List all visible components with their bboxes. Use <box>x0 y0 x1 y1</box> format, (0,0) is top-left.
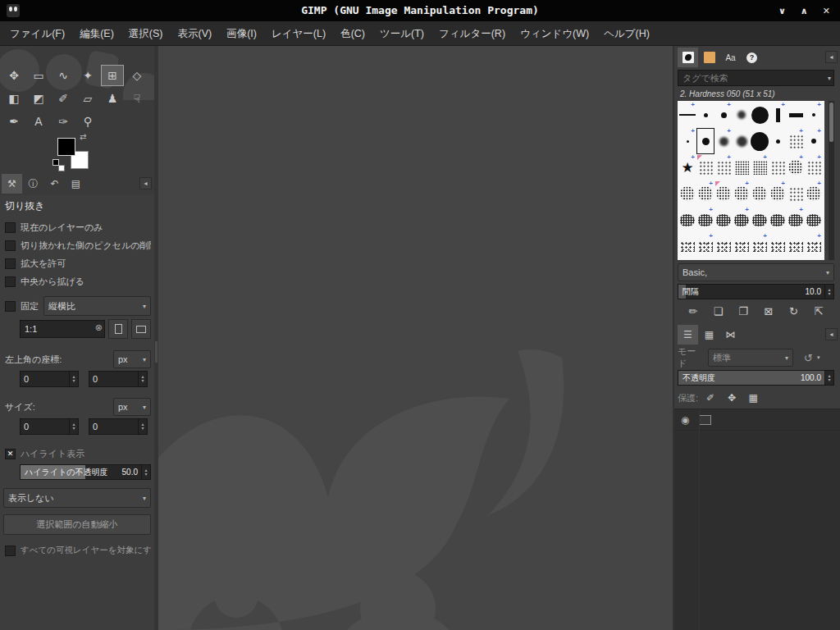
highlight-opacity-slider[interactable]: ハイライトの不透明度 50.0 ▴▾ <box>20 464 151 480</box>
brush-item[interactable]: + <box>714 154 733 180</box>
default-colors-icon[interactable] <box>52 159 65 171</box>
brush-item[interactable]: + <box>787 128 805 154</box>
brush-item[interactable]: ★+ <box>678 154 696 180</box>
paths-tool[interactable]: ✒ <box>2 111 25 132</box>
brush-item[interactable] <box>714 233 733 259</box>
fonts-tab[interactable]: Aa <box>720 48 741 67</box>
brush-item[interactable] <box>787 233 805 259</box>
device-status-tab[interactable]: ⓘ <box>23 174 43 194</box>
layer-opacity-slider[interactable]: 不透明度 100.0 ▴▾ <box>678 370 834 386</box>
brush-item[interactable]: + <box>751 233 769 259</box>
brush-item[interactable]: + <box>751 154 769 180</box>
menu-item[interactable]: ツール(T) <box>372 21 431 46</box>
brush-item[interactable] <box>769 154 787 180</box>
brush-item[interactable] <box>714 180 733 207</box>
brush-item[interactable] <box>733 233 751 259</box>
brush-item[interactable]: + <box>714 128 733 154</box>
new-brush-button[interactable]: ❏ <box>710 302 728 320</box>
color-picker-tool[interactable]: ✑ <box>52 111 75 132</box>
lock-position-button[interactable]: ✥ <box>724 390 739 405</box>
brush-item[interactable] <box>769 207 787 233</box>
menu-item[interactable]: 色(C) <box>333 21 372 46</box>
ratio-landscape-button[interactable] <box>131 319 151 339</box>
brush-item[interactable] <box>696 102 714 128</box>
brush-item[interactable] <box>714 207 733 233</box>
rectangle-select-tool[interactable]: ▭ <box>27 65 50 86</box>
brush-item[interactable]: + <box>805 233 823 259</box>
brush-item[interactable] <box>733 102 751 128</box>
paths-tab[interactable]: ⋈ <box>720 325 741 345</box>
brush-item[interactable]: + <box>678 128 696 154</box>
checkbox-shrink-merged[interactable]: すべての可視レイヤーを対象にする <box>3 541 151 559</box>
menu-item[interactable]: ウィンドウ(W) <box>513 21 596 46</box>
menu-item[interactable]: 編集(E) <box>72 21 121 46</box>
mode-switch-icon[interactable]: ↺ <box>804 352 813 364</box>
brush-item[interactable] <box>787 180 805 207</box>
brush-item[interactable]: + <box>696 207 714 233</box>
layer-mode-dropdown[interactable]: 標準▾ <box>708 349 793 367</box>
fixed-checkbox[interactable] <box>5 301 16 312</box>
brush-item[interactable]: + <box>769 180 787 207</box>
patterns-tab[interactable] <box>699 48 719 67</box>
move-tool[interactable]: ✥ <box>2 65 25 86</box>
brush-item[interactable] <box>751 128 769 154</box>
open-brush-as-image-button[interactable]: ⇱ <box>810 302 828 320</box>
delete-brush-button[interactable]: ⊠ <box>760 302 778 320</box>
crop-tool[interactable]: ⊞ <box>101 65 124 86</box>
brush-spacing-slider[interactable]: 間隔 10.0 ▴▾ <box>678 284 834 299</box>
clone-tool[interactable]: ♟ <box>101 88 124 109</box>
checkbox-expand-from-center[interactable]: 中央から拡げる <box>3 272 151 290</box>
brush-item[interactable]: + <box>678 102 696 128</box>
brush-item[interactable]: + <box>787 154 805 180</box>
brush-item[interactable] <box>678 180 696 207</box>
layers-list[interactable]: ◉ <box>674 409 840 630</box>
menu-item[interactable]: フィルター(R) <box>431 21 513 46</box>
brush-item[interactable]: + <box>696 233 714 259</box>
swap-colors-icon[interactable]: ⇄ <box>80 132 86 141</box>
fuzzy-select-tool[interactable]: ✦ <box>76 65 99 86</box>
menu-item[interactable]: ヘルプ(H) <box>596 21 657 46</box>
checkbox-delete-cropped-pixels[interactable]: 切り抜かれた側のピクセルの削除 <box>3 236 151 254</box>
brush-item[interactable] <box>787 102 805 128</box>
lock-alpha-button[interactable]: ▦ <box>746 390 760 405</box>
brush-item[interactable]: + <box>805 154 823 180</box>
transform-tool[interactable]: ◇ <box>126 65 148 86</box>
brush-grid-scrollbar[interactable] <box>829 101 834 260</box>
checkbox-allow-growing[interactable]: 拡大を許可 <box>3 254 151 272</box>
menu-item[interactable]: 画像(I) <box>219 21 264 46</box>
brush-item[interactable]: + <box>805 180 823 207</box>
scrollbar-thumb[interactable] <box>829 103 833 142</box>
brush-item[interactable]: + <box>733 207 751 233</box>
brush-item[interactable] <box>805 207 823 233</box>
fixed-type-dropdown[interactable]: 縦横比▾ <box>43 296 151 316</box>
size-unit-dropdown[interactable]: px▾ <box>113 398 151 416</box>
window-maximize-button[interactable]: ∧ <box>801 6 808 16</box>
checkbox-highlight[interactable]: ✕ ハイライト表示 <box>3 445 151 463</box>
search-dropdown-icon[interactable]: ▾ <box>828 75 831 82</box>
brush-search-input[interactable] <box>678 70 834 86</box>
smudge-tool[interactable]: ☟ <box>126 88 148 109</box>
spin-buttons[interactable]: ▴▾ <box>141 465 150 479</box>
ratio-portrait-button[interactable] <box>108 319 128 339</box>
brush-item[interactable]: + <box>769 102 787 128</box>
mode-options-icon[interactable]: ▾ <box>817 354 820 361</box>
menu-item[interactable]: 表示(V) <box>170 21 219 46</box>
spin-buttons[interactable]: ▴▾ <box>69 372 78 386</box>
brush-item[interactable]: + <box>805 128 823 154</box>
tag-filter-dropdown[interactable]: Basic,▾ <box>678 263 834 281</box>
checkbox-current-layer-only[interactable]: 現在のレイヤーのみ <box>3 218 151 236</box>
position-x-spinbox[interactable]: 0 ▴▾ <box>20 371 79 387</box>
free-select-tool[interactable]: ∿ <box>52 65 75 86</box>
size-width-spinbox[interactable]: 0 ▴▾ <box>20 418 79 435</box>
document-history-tab[interactable]: ? <box>742 48 762 67</box>
menu-item[interactable]: 選択(S) <box>121 21 171 46</box>
clear-icon[interactable]: ⊗ <box>95 323 103 332</box>
brush-item[interactable] <box>769 128 787 154</box>
position-unit-dropdown[interactable]: px▾ <box>113 350 151 368</box>
brush-item[interactable] <box>696 154 714 180</box>
size-height-spinbox[interactable]: 0 ▴▾ <box>89 418 148 435</box>
brush-item[interactable] <box>733 128 751 154</box>
tool-options-tab[interactable]: ⚒ <box>2 174 22 194</box>
gradient-tool[interactable]: ◧ <box>2 88 25 109</box>
auto-shrink-button[interactable]: 選択範囲の自動縮小 <box>3 514 151 535</box>
